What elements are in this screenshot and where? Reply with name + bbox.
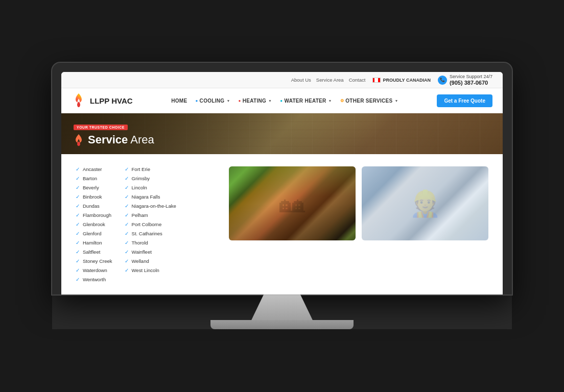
check-icon: ✓ xyxy=(125,249,129,255)
list-item: ✓Glenford xyxy=(76,231,112,236)
list-item: ✓Wentworth xyxy=(76,277,112,282)
city-name: Thorold xyxy=(132,240,148,246)
hero-content: YOUR TRUSTED CHOICE Service Area xyxy=(74,121,154,146)
check-icon: ✓ xyxy=(76,194,80,200)
city-name: Wainfleet xyxy=(132,249,152,255)
list-item: ✓Binbrook xyxy=(76,194,112,200)
city-name: Fort Erie xyxy=(132,166,150,172)
service-area-link[interactable]: Service Area xyxy=(316,77,344,83)
nav-water-heater[interactable]: ● WATER HEATER ▼ xyxy=(280,98,332,104)
city-name: Port Colborne xyxy=(132,222,162,227)
check-icon: ✓ xyxy=(125,267,129,273)
list-item: ✓St. Catharines xyxy=(125,231,176,236)
check-icon: ✓ xyxy=(125,194,129,200)
city-column-2: ✓Fort Erie✓Grimsby✓Lincoln✓Niagara Falls… xyxy=(125,166,176,282)
city-name: Saltfleet xyxy=(83,249,100,255)
phone-group: 📞 Service Support 24/7 (905) 387-0670 xyxy=(438,74,492,86)
contact-link[interactable]: Contact xyxy=(349,77,366,83)
logo-flame-icon xyxy=(72,92,86,109)
city-name: Ancaster xyxy=(83,166,102,172)
check-icon: ✓ xyxy=(125,203,129,209)
city-name: Lincoln xyxy=(132,185,147,190)
monitor-wrapper: About Us Service Area Contact PROUDLY CA… xyxy=(52,63,512,330)
top-bar-links: About Us Service Area Contact xyxy=(291,77,366,83)
photos-area xyxy=(229,166,488,282)
hero-title: Service Area xyxy=(74,133,154,146)
check-icon: ✓ xyxy=(76,185,80,190)
check-icon: ✓ xyxy=(76,212,80,218)
cooling-dot-icon: ● xyxy=(195,99,198,103)
city-name: Dundas xyxy=(83,203,100,209)
nav-cooling[interactable]: ● COOLING ▼ xyxy=(195,98,230,104)
check-icon: ✓ xyxy=(76,203,80,209)
city-name: Binbrook xyxy=(83,194,102,200)
check-icon: ✓ xyxy=(125,222,129,227)
list-item: ✓Saltfleet xyxy=(76,249,112,255)
phone-icon: 📞 xyxy=(438,76,447,85)
city-name: Stoney Creek xyxy=(83,258,112,264)
check-icon: ✓ xyxy=(76,249,80,255)
list-item: ✓Beverly xyxy=(76,185,112,190)
website-screen: About Us Service Area Contact PROUDLY CA… xyxy=(61,72,503,295)
service-label: Service Support 24/7 xyxy=(450,74,492,80)
nav-other-services[interactable]: ⚙ OTHER SERVICES ▼ xyxy=(340,98,398,104)
phone-info: Service Support 24/7 (905) 387-0670 xyxy=(450,74,492,86)
city-name: Wentworth xyxy=(83,277,106,282)
hero-banner: YOUR TRUSTED CHOICE Service Area xyxy=(61,113,503,154)
flag-badge: PROUDLY CANADIAN xyxy=(372,78,431,83)
check-icon: ✓ xyxy=(125,231,129,236)
check-icon: ✓ xyxy=(125,212,129,218)
check-icon: ✓ xyxy=(76,222,80,227)
canadian-flag-icon xyxy=(372,78,381,83)
logo-area[interactable]: LLPP HVAC xyxy=(72,92,133,109)
water-caret-icon: ▼ xyxy=(328,99,332,103)
list-item: ✓Stoney Creek xyxy=(76,258,112,264)
phone-number[interactable]: (905) 387-0670 xyxy=(450,80,492,86)
nav-home[interactable]: HOME xyxy=(171,98,187,104)
check-icon: ✓ xyxy=(125,176,129,181)
check-icon: ✓ xyxy=(125,258,129,264)
list-item: ✓Hamilton xyxy=(76,240,112,246)
city-name: Barton xyxy=(83,176,97,181)
flag-label: PROUDLY CANADIAN xyxy=(383,78,431,83)
about-us-link[interactable]: About Us xyxy=(291,77,311,83)
check-icon: ✓ xyxy=(76,258,80,264)
city-name: West Lincoln xyxy=(132,267,159,273)
list-item: ✓Fort Erie xyxy=(125,166,176,172)
list-item: ✓Niagara Falls xyxy=(125,194,176,200)
city-name: Niagara Falls xyxy=(132,194,160,200)
city-columns: ✓Ancaster✓Barton✓Beverly✓Binbrook✓Dundas… xyxy=(76,166,219,282)
list-item: ✓Niagara-on-the-Lake xyxy=(125,203,176,209)
city-name: Beverly xyxy=(83,185,99,190)
check-icon: ✓ xyxy=(76,267,80,273)
city-name: Pelham xyxy=(132,212,148,218)
list-item: ✓Lincoln xyxy=(125,185,176,190)
check-icon: ✓ xyxy=(125,166,129,172)
check-icon: ✓ xyxy=(76,277,80,282)
stand-base xyxy=(210,320,354,329)
city-column-1: ✓Ancaster✓Barton✓Beverly✓Binbrook✓Dundas… xyxy=(76,166,112,282)
trusted-badge: YOUR TRUSTED CHOICE xyxy=(74,125,128,130)
city-name: Glenford xyxy=(83,231,101,236)
main-nav: LLPP HVAC HOME ● COOLING ▼ ● HEATING ▼ xyxy=(61,88,503,113)
city-name: Glenbrook xyxy=(83,222,105,227)
nav-heating[interactable]: ● HEATING ▼ xyxy=(239,98,272,104)
get-quote-button[interactable]: Get a Free Quote xyxy=(437,94,492,107)
check-icon: ✓ xyxy=(125,185,129,190)
check-icon: ✓ xyxy=(125,240,129,246)
check-icon: ✓ xyxy=(76,176,80,181)
city-name: Waterdown xyxy=(83,267,107,273)
monitor-stand xyxy=(52,295,512,329)
hero-houses-bg xyxy=(194,113,503,154)
heating-dot-icon: ● xyxy=(239,99,241,103)
cooling-caret-icon: ▼ xyxy=(226,99,230,103)
list-item: ✓Flamborough xyxy=(76,212,112,218)
list-item: ✓Dundas xyxy=(76,203,112,209)
stand-neck xyxy=(251,295,313,320)
list-item: ✓Grimsby xyxy=(125,176,176,181)
water-dot-icon: ● xyxy=(280,99,283,103)
city-name: Welland xyxy=(132,258,149,264)
main-content: ✓Ancaster✓Barton✓Beverly✓Binbrook✓Dundas… xyxy=(61,154,503,295)
logo-text: LLPP HVAC xyxy=(90,96,133,105)
check-icon: ✓ xyxy=(76,231,80,236)
